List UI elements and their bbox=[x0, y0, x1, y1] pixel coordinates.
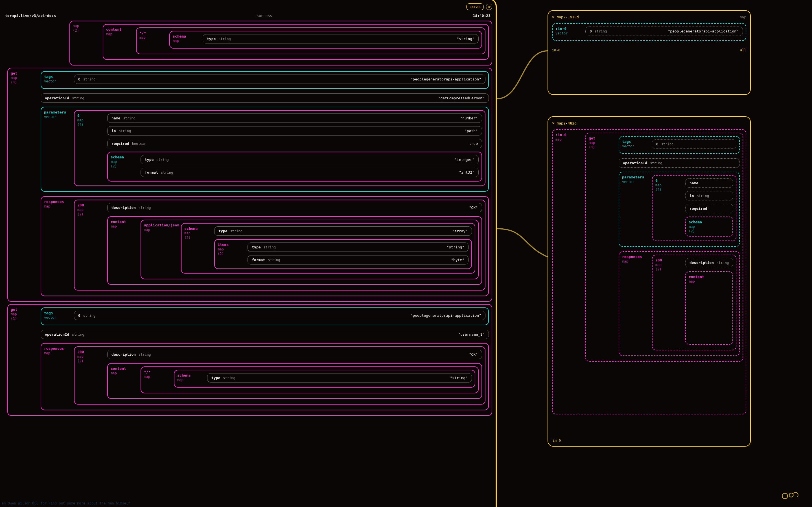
key-items: items bbox=[218, 242, 246, 247]
kv-in[interactable]: in string "path" bbox=[107, 126, 482, 135]
node-get-1[interactable]: get map (4) tags vector 0 string bbox=[7, 68, 492, 302]
kv-key: required bbox=[112, 142, 129, 146]
node-schema-2[interactable]: schema map type s bbox=[174, 370, 475, 388]
node-items[interactable]: items map (2) bbox=[214, 239, 472, 269]
kv-type: boolean bbox=[132, 142, 147, 146]
node-param-0[interactable]: 0 map (4) name string "number" bbox=[74, 110, 485, 186]
refresh-icon[interactable]: ⟳ bbox=[486, 4, 492, 10]
kv-ptype[interactable]: type string "integer" bbox=[140, 155, 479, 164]
kv-desc-b[interactable]: description string bbox=[685, 258, 733, 267]
kv-required[interactable]: required boolean true bbox=[107, 139, 482, 148]
kv-tags-b[interactable]: 0 string bbox=[652, 139, 736, 149]
kv-type[interactable]: type string "string" bbox=[202, 34, 479, 44]
count-label: (2) bbox=[73, 29, 101, 33]
kv-type: string bbox=[595, 30, 607, 33]
node-tags-2[interactable]: tags vector 0 string "peoplegeneratorapi… bbox=[41, 307, 489, 325]
key-schema: schema bbox=[184, 226, 213, 231]
kv-tag0-2[interactable]: 0 string "peoplegeneratorapi-application… bbox=[74, 311, 485, 320]
node-params-b[interactable]: parameters vector 0 map (4) bbox=[619, 172, 740, 247]
status-msg: success bbox=[256, 13, 272, 18]
node-get-b[interactable]: get map (4) tags vector 0 bbox=[585, 133, 743, 361]
key-content: content bbox=[111, 367, 139, 371]
hint-map: map bbox=[740, 15, 746, 19]
node-content-b[interactable]: content map bbox=[685, 271, 733, 345]
key-200: 200 bbox=[77, 350, 106, 354]
node-get-2[interactable]: get map (3) tags vector 0 string bbox=[7, 304, 492, 416]
kv-arrtype[interactable]: type string "array" bbox=[214, 226, 472, 236]
kv-in0-val[interactable]: 0 string "peoplegeneratorapi-application… bbox=[585, 26, 743, 36]
kv-type: string bbox=[138, 206, 151, 210]
panel-map2-482d[interactable]: × map2-482d :in-0 map get map (4) bbox=[547, 116, 751, 447]
server-button[interactable]: :server bbox=[466, 3, 484, 10]
kv-type: string bbox=[161, 170, 173, 174]
kv-type: string bbox=[219, 37, 231, 41]
kv-desc-2[interactable]: description string "OK" bbox=[107, 350, 482, 359]
kv-operationid-2[interactable]: operationId string "username_1" bbox=[41, 330, 489, 339]
key-schema: schema bbox=[177, 373, 206, 378]
kv-in-b[interactable]: in string bbox=[685, 191, 733, 201]
kv-key: 0 bbox=[656, 142, 658, 146]
node-param-schema[interactable]: schema map (2) type string bbox=[107, 152, 482, 181]
kv-key: format bbox=[252, 258, 265, 262]
node-tags-b[interactable]: tags vector 0 string bbox=[619, 136, 740, 154]
kv-key: required bbox=[690, 206, 707, 211]
kv-value: "byte" bbox=[451, 258, 464, 262]
panel-title: map2-482d bbox=[557, 121, 576, 125]
kv-key: 0 bbox=[78, 313, 80, 318]
kv-tag0[interactable]: 0 string "peoplegeneratorapi-application… bbox=[74, 74, 485, 84]
type-label: map bbox=[44, 351, 72, 355]
panel-title: map2-1978d bbox=[557, 15, 579, 19]
node-outer-fragment[interactable]: map (2) content map */* ma bbox=[69, 20, 492, 65]
node-schema-b[interactable]: schema map (2) bbox=[685, 217, 733, 236]
kv-value: "integer" bbox=[455, 158, 474, 162]
kv-pformat[interactable]: format string "int32" bbox=[140, 168, 479, 177]
node-schema-1[interactable]: schema map (2) type bbox=[181, 223, 475, 274]
close-icon[interactable]: × bbox=[552, 121, 554, 125]
close-icon[interactable]: × bbox=[552, 15, 554, 19]
kv-name[interactable]: name string "number" bbox=[107, 113, 482, 123]
node-content[interactable]: content map */* map bbox=[103, 24, 489, 60]
count-label: (3) bbox=[11, 317, 39, 321]
status-bar: torapi.live/v3/api-docs success 18:40:23 bbox=[0, 12, 492, 20]
node-responses-2[interactable]: responses map 200 map (2) bbox=[41, 343, 489, 410]
node-content-1[interactable]: content map application/json map bbox=[107, 216, 482, 285]
status-url: torapi.live/v3/api-docs bbox=[5, 13, 56, 18]
kv-type-2[interactable]: type string "string" bbox=[207, 373, 472, 383]
kv-value: "getCompressedPerson" bbox=[438, 96, 484, 100]
node-wildcard[interactable]: */* map schema map bbox=[136, 27, 485, 54]
node-200-b[interactable]: 200 map (2) description string bbox=[652, 255, 736, 350]
type-label: vector bbox=[622, 144, 650, 148]
kv-type: string bbox=[72, 96, 84, 100]
kv-iformat[interactable]: format string "byte" bbox=[247, 255, 468, 265]
key-schema: schema bbox=[111, 155, 139, 159]
main-panel: :server ⟳ torapi.live/v3/api-docs succes… bbox=[0, 0, 497, 507]
kv-opid-b[interactable]: operationId string bbox=[619, 158, 740, 168]
key-schema: schema bbox=[689, 220, 717, 224]
kv-desc-1[interactable]: description string "OK" bbox=[107, 203, 482, 212]
node-content-2[interactable]: content map */* map bbox=[107, 363, 482, 399]
key-appjson: application/json bbox=[144, 223, 179, 227]
key-index: 0 bbox=[77, 113, 106, 118]
node-in0-b[interactable]: :in-0 map get map (4) tags vector bbox=[552, 129, 746, 414]
node-responses-1[interactable]: responses map 200 map (2) bbox=[41, 196, 489, 296]
kv-key: operationId bbox=[45, 96, 69, 100]
node-200-2[interactable]: 200 map (2) description string "OK" bbox=[74, 346, 485, 404]
panel-map2-1978d[interactable]: × map2-1978d map :in-0 vector 0 string "… bbox=[547, 10, 751, 95]
node-wildcard-2[interactable]: */* map schema bbox=[140, 367, 479, 393]
node-responses-b[interactable]: responses map 200 map (2) bbox=[619, 251, 740, 356]
node-in0-a[interactable]: :in-0 vector 0 string "peoplegeneratorap… bbox=[552, 23, 746, 41]
kv-req-b[interactable]: required bbox=[685, 204, 733, 213]
kv-type: string bbox=[223, 376, 235, 380]
type-label: map bbox=[111, 224, 139, 228]
connector-lines bbox=[497, 25, 553, 279]
kv-name-b[interactable]: name bbox=[685, 178, 733, 188]
node-200-1[interactable]: 200 map (2) description string "OK" bbox=[74, 200, 485, 290]
key-schema: schema bbox=[173, 34, 201, 38]
kv-operationid-1[interactable]: operationId string "getCompressedPerson" bbox=[41, 94, 489, 103]
node-schema[interactable]: schema map type string "string" bbox=[169, 31, 482, 49]
kv-itype[interactable]: type string "string" bbox=[247, 242, 468, 252]
node-appjson[interactable]: application/json map schema bbox=[140, 220, 479, 279]
node-param0-b[interactable]: 0 map (4) name bbox=[652, 175, 736, 241]
node-parameters[interactable]: parameters vector 0 map (4) bbox=[41, 107, 489, 192]
node-tags[interactable]: tags vector 0 string "peoplegeneratorapi… bbox=[41, 71, 489, 89]
